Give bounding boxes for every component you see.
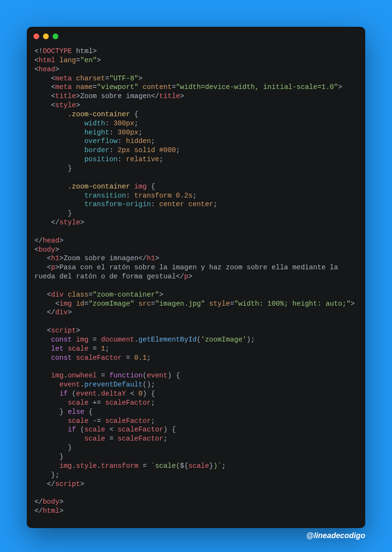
maximize-icon[interactable]	[53, 33, 58, 39]
credit-label: @lineadecodigo	[27, 531, 365, 541]
window-titlebar	[27, 33, 365, 44]
code-window: <!DOCTYPE html> <html lang="en"> <head> …	[27, 27, 365, 528]
minimize-icon[interactable]	[43, 33, 49, 39]
code-block: <!DOCTYPE html> <html lang="en"> <head> …	[27, 44, 365, 519]
close-icon[interactable]	[33, 33, 39, 39]
